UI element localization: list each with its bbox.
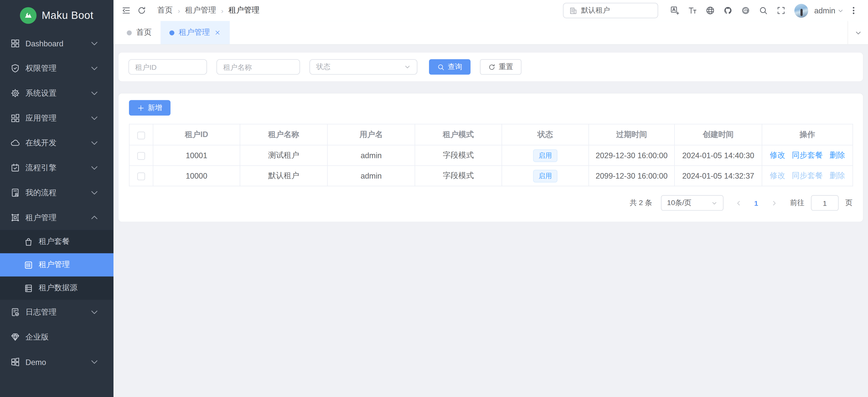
sidebar-item-label: 应用管理 (26, 113, 90, 123)
pagination-total: 共 2 条 (630, 198, 652, 208)
sidebar-item-label: Dashboard (26, 39, 90, 48)
breadcrumb-item[interactable]: 租户管理 (228, 5, 259, 15)
close-icon[interactable] (214, 29, 221, 36)
breadcrumb-item[interactable]: 租户管理 (185, 5, 216, 15)
column-header: 创建时间 (675, 124, 762, 145)
row-select-cell (129, 145, 153, 165)
collapse-sidebar-button[interactable] (119, 3, 134, 18)
sidebar-item-demo[interactable]: Demo (0, 350, 114, 374)
tab-租户管理[interactable]: 租户管理 (161, 21, 230, 44)
cell-actions: 修改同步套餐删除 (762, 165, 853, 186)
tab-dot (169, 30, 175, 35)
tabs-dropdown-button[interactable] (847, 21, 868, 44)
github-button[interactable] (720, 3, 736, 18)
chevron-down-icon (404, 64, 410, 70)
main-area: 首页›租户管理›租户管理 默认租户 admin (114, 0, 868, 397)
tenant-table: 租户ID租户名称用户名租户模式状态过期时间创建时间操作 10001测试租户adm… (129, 124, 852, 187)
pagination: 共 2 条 10条/页 1 前往 页 (129, 195, 852, 210)
cell-actions: 修改同步套餐删除 (762, 145, 853, 165)
search-submit-button[interactable]: 查询 (429, 59, 471, 74)
sidebar-item-log-management[interactable]: 日志管理 (0, 300, 114, 325)
fullscreen-button[interactable] (773, 3, 788, 18)
sidebar-item-tenant-management[interactable]: 租户管理 (0, 205, 114, 230)
action-link-删除[interactable]: 删除 (829, 151, 845, 159)
cell-tenant_id: 10000 (153, 165, 240, 186)
document-check-icon (10, 307, 20, 317)
sidebar-item-permission[interactable]: 权限管理 (0, 56, 114, 81)
status-select[interactable]: 状态 (309, 59, 417, 74)
page-label: 页 (845, 198, 852, 208)
sidebar-item-label: 系统设置 (26, 88, 90, 98)
fullscreen-icon (776, 6, 785, 15)
app-root: Maku Boot Dashboard权限管理系统设置应用管理在线开发流程引擎我… (0, 0, 868, 397)
sidebar-menu: Dashboard权限管理系统设置应用管理在线开发流程引擎我的流程租户管理租户套… (0, 31, 114, 397)
tab-首页[interactable]: 首页 (118, 21, 161, 44)
refresh-page-button[interactable] (134, 3, 149, 18)
sidebar-item-tenant-package[interactable]: 租户套餐 (0, 230, 114, 253)
next-page-button[interactable] (768, 195, 780, 210)
chevron-down-icon (90, 39, 99, 48)
globe-icon (706, 6, 714, 15)
table-row: 10000默认租户admin字段模式启用2099-12-30 16:00:002… (129, 165, 853, 186)
page-size-select[interactable]: 10条/页 (661, 195, 723, 210)
row-checkbox[interactable] (137, 152, 145, 160)
sidebar: Maku Boot Dashboard权限管理系统设置应用管理在线开发流程引擎我… (0, 0, 114, 397)
action-link-删除: 删除 (829, 171, 845, 179)
sidebar-item-workflow-engine[interactable]: 流程引擎 (0, 156, 114, 180)
cell-mode: 字段模式 (415, 145, 502, 165)
cell-username: admin (327, 165, 415, 186)
user-menu[interactable]: admin (814, 6, 844, 15)
select-all-checkbox[interactable] (137, 132, 145, 139)
translate-button[interactable] (667, 3, 682, 18)
column-header: 租户ID (153, 124, 240, 145)
add-button[interactable]: 新增 (129, 100, 170, 115)
grid-icon (10, 39, 20, 48)
breadcrumb-item[interactable]: 首页 (157, 5, 173, 15)
language-button[interactable] (702, 3, 718, 18)
chevron-down-icon (90, 188, 99, 197)
sidebar-item-enterprise[interactable]: 企业版 (0, 325, 114, 350)
tenant-id-input[interactable] (128, 59, 207, 74)
sidebar-item-app-management[interactable]: 应用管理 (0, 105, 114, 131)
action-link-修改[interactable]: 修改 (770, 151, 785, 159)
avatar[interactable] (794, 3, 808, 18)
page-number-1[interactable]: 1 (749, 199, 763, 207)
breadcrumb: 首页›租户管理›租户管理 (157, 5, 259, 15)
shield-check-icon (10, 64, 20, 73)
action-link-同步套餐: 同步套餐 (792, 171, 823, 179)
sidebar-item-dashboard[interactable]: Dashboard (0, 31, 114, 56)
chevron-down-icon (90, 357, 99, 366)
sidebar-item-label: 企业版 (26, 332, 105, 342)
reset-button[interactable]: 重置 (480, 59, 522, 74)
action-link-同步套餐[interactable]: 同步套餐 (792, 151, 823, 159)
row-checkbox[interactable] (137, 172, 145, 180)
refresh-icon (488, 63, 496, 70)
tenant-select[interactable]: 默认租户 (563, 3, 658, 18)
cell-tenant_name: 测试租户 (240, 145, 328, 165)
prev-page-button[interactable] (732, 195, 744, 210)
sidebar-item-label: 在线开发 (26, 138, 90, 148)
chevron-down-icon (90, 163, 99, 172)
sidebar-item-my-workflow[interactable]: 我的流程 (0, 180, 114, 205)
tabs: 首页租户管理 (114, 21, 847, 44)
tenant-name-input[interactable] (216, 59, 300, 74)
gitee-icon (741, 6, 750, 15)
sidebar-item-online-dev[interactable]: 在线开发 (0, 131, 114, 156)
sidebar-item-tenant-admin[interactable]: 租户管理 (0, 253, 114, 276)
goto-page-input[interactable] (811, 195, 839, 210)
sidebar-item-tenant-datasource[interactable]: 租户数据源 (0, 276, 114, 300)
settings-kebab-button[interactable] (846, 3, 861, 18)
document-user-icon (10, 188, 20, 197)
tab-label: 租户管理 (179, 28, 210, 38)
sidebar-item-label: 租户管理 (26, 212, 90, 223)
status-select-placeholder: 状态 (316, 62, 330, 72)
sidebar-item-label: Demo (26, 358, 90, 366)
gitee-button[interactable] (738, 3, 753, 18)
sidebar-item-system-settings[interactable]: 系统设置 (0, 80, 114, 105)
search-button-label: 查询 (448, 62, 462, 72)
chevron-down-icon (855, 29, 862, 36)
sidebar-item-label: 流程引擎 (26, 163, 90, 173)
font-size-button[interactable] (685, 3, 700, 18)
tab-label: 首页 (136, 28, 152, 38)
search-button[interactable] (755, 3, 771, 18)
